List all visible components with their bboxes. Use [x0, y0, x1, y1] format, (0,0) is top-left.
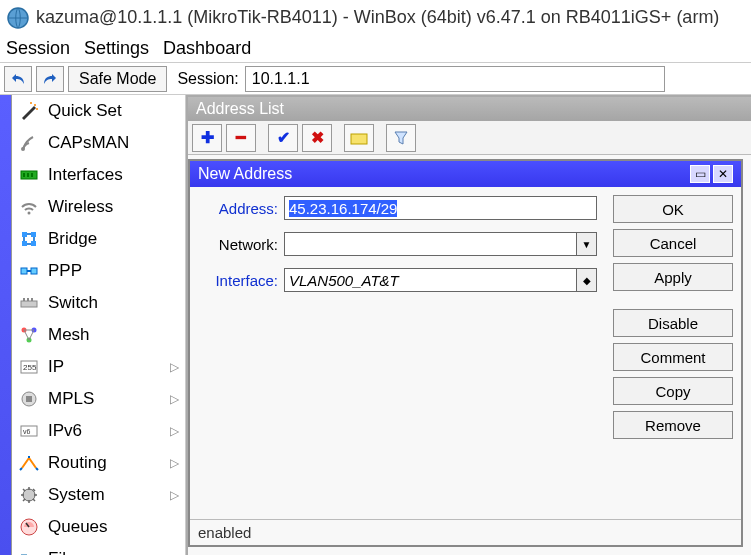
menu-dashboard[interactable]: Dashboard	[163, 38, 251, 59]
sidebar-item-ppp[interactable]: PPP	[12, 255, 185, 287]
address-input[interactable]: 45.23.16.174/29	[284, 196, 597, 220]
svg-rect-6	[23, 173, 25, 177]
sidebar-item-quick-set[interactable]: Quick Set	[12, 95, 185, 127]
sidebar-item-label: Queues	[48, 517, 108, 537]
cancel-button[interactable]: Cancel	[613, 229, 733, 257]
sidebar-item-routing[interactable]: Routing▷	[12, 447, 185, 479]
ipv6-icon: v6	[18, 420, 40, 442]
ok-button[interactable]: OK	[613, 195, 733, 223]
sidebar-item-label: Mesh	[48, 325, 90, 345]
add-button[interactable]: ✚	[192, 124, 222, 152]
enable-button[interactable]: ✔	[268, 124, 298, 152]
svg-rect-13	[31, 241, 36, 246]
app-icon	[6, 6, 30, 30]
comment-button[interactable]: Comment	[613, 343, 733, 371]
sidebar-item-label: PPP	[48, 261, 82, 281]
sidebar-item-label: Quick Set	[48, 101, 122, 121]
svg-rect-8	[31, 173, 33, 177]
svg-point-3	[30, 102, 32, 104]
sidebar-item-label: Files	[48, 549, 84, 556]
ip-icon: 255	[18, 356, 40, 378]
menubar: Session Settings Dashboard	[0, 35, 751, 63]
mpls-icon	[18, 388, 40, 410]
svg-rect-11	[31, 232, 36, 237]
dialog-status: enabled	[190, 519, 741, 545]
remove-button[interactable]: ━	[226, 124, 256, 152]
content-area: Address List ✚ ━ ✔ ✖ New Address ▭ ✕	[186, 95, 751, 555]
apply-button[interactable]: Apply	[613, 263, 733, 291]
system-icon	[18, 484, 40, 506]
sidebar-item-label: Wireless	[48, 197, 113, 217]
safe-mode-button[interactable]: Safe Mode	[68, 66, 167, 92]
wand-icon	[18, 100, 40, 122]
svg-rect-15	[31, 268, 37, 274]
redo-button[interactable]	[36, 66, 64, 92]
switch-icon	[18, 292, 40, 314]
new-address-dialog: New Address ▭ ✕ Address: 45.23.16.174/29…	[188, 159, 743, 547]
sidebar-item-label: Routing	[48, 453, 107, 473]
remove-button[interactable]: Remove	[613, 411, 733, 439]
sidebar-item-label: System	[48, 485, 105, 505]
side-gutter	[0, 95, 12, 555]
svg-point-1	[34, 104, 36, 106]
svg-rect-19	[31, 298, 33, 301]
dialog-titlebar[interactable]: New Address ▭ ✕	[190, 161, 741, 187]
svg-rect-12	[22, 241, 27, 246]
sidebar-item-wireless[interactable]: Wireless	[12, 191, 185, 223]
sidebar-item-mpls[interactable]: MPLS▷	[12, 383, 185, 415]
sidebar-item-bridge[interactable]: Bridge	[12, 223, 185, 255]
files-icon	[18, 548, 40, 556]
undo-button[interactable]	[4, 66, 32, 92]
svg-rect-18	[27, 298, 29, 301]
dialog-close-button[interactable]: ✕	[713, 165, 733, 183]
session-field: 10.1.1.1	[245, 66, 665, 92]
main-toolbar: Safe Mode Session: 10.1.1.1	[0, 63, 751, 95]
sidebar-item-mesh[interactable]: Mesh	[12, 319, 185, 351]
sidebar-item-switch[interactable]: Switch	[12, 287, 185, 319]
network-dropdown-button[interactable]: ▼	[577, 232, 597, 256]
submenu-arrow-icon: ▷	[170, 424, 179, 438]
svg-rect-17	[23, 298, 25, 301]
menu-session[interactable]: Session	[6, 38, 70, 59]
dialog-title: New Address	[198, 165, 687, 183]
iface-icon	[18, 164, 40, 186]
svg-point-9	[28, 211, 31, 214]
svg-rect-10	[22, 232, 27, 237]
sidebar-item-label: CAPsMAN	[48, 133, 129, 153]
ant-icon	[18, 132, 40, 154]
ppp-icon	[18, 260, 40, 282]
svg-point-4	[21, 147, 25, 151]
submenu-arrow-icon: ▷	[170, 392, 179, 406]
sidebar-item-ip[interactable]: 255IP▷	[12, 351, 185, 383]
sidebar-item-system[interactable]: System▷	[12, 479, 185, 511]
network-label: Network:	[198, 236, 278, 253]
routing-icon	[18, 452, 40, 474]
network-input[interactable]	[284, 232, 577, 256]
sidebar-item-ipv6[interactable]: v6IPv6▷	[12, 415, 185, 447]
svg-text:v6: v6	[23, 428, 31, 435]
interface-input[interactable]: VLAN500_AT&T	[284, 268, 577, 292]
sidebar-item-label: IPv6	[48, 421, 82, 441]
sidebar: Quick SetCAPsMANInterfacesWirelessBridge…	[12, 95, 186, 555]
bridge-icon	[18, 228, 40, 250]
comment-button[interactable]	[344, 124, 374, 152]
sidebar-item-label: Switch	[48, 293, 98, 313]
menu-settings[interactable]: Settings	[84, 38, 149, 59]
sidebar-item-files[interactable]: Files	[12, 543, 185, 555]
address-list-toolbar: ✚ ━ ✔ ✖	[188, 121, 751, 155]
dialog-minimize-button[interactable]: ▭	[690, 165, 710, 183]
copy-button[interactable]: Copy	[613, 377, 733, 405]
disable-button[interactable]: Disable	[613, 309, 733, 337]
window-titlebar: kazuma@10.1.1.1 (MikroTik-RB4011) - WinB…	[0, 0, 751, 35]
filter-button[interactable]	[386, 124, 416, 152]
dialog-buttons: OK Cancel Apply Disable Comment Copy Rem…	[613, 195, 733, 511]
address-list-title[interactable]: Address List	[188, 97, 751, 121]
sidebar-item-queues[interactable]: Queues	[12, 511, 185, 543]
submenu-arrow-icon: ▷	[170, 360, 179, 374]
interface-dropdown-button[interactable]: ◆	[577, 268, 597, 292]
mesh-icon	[18, 324, 40, 346]
svg-rect-26	[26, 396, 32, 402]
sidebar-item-interfaces[interactable]: Interfaces	[12, 159, 185, 191]
sidebar-item-capsman[interactable]: CAPsMAN	[12, 127, 185, 159]
disable-button[interactable]: ✖	[302, 124, 332, 152]
